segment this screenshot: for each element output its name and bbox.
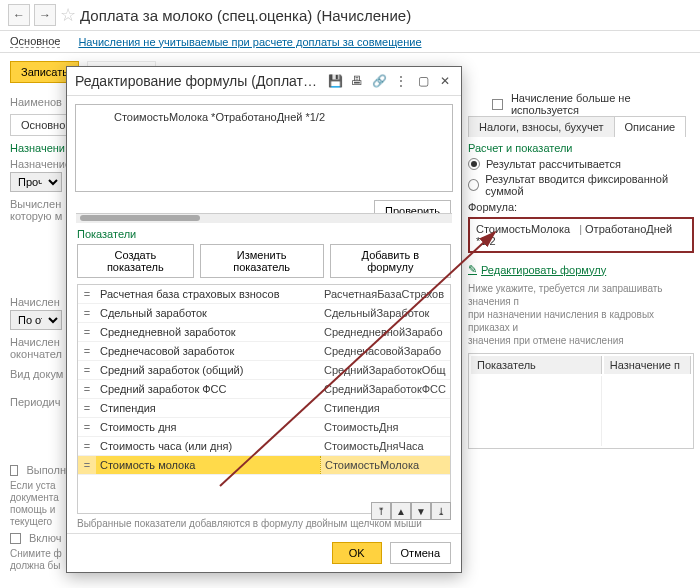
list-item[interactable]: =Среднечасовой заработокСреднечасовойЗар… — [78, 342, 450, 361]
move-down-button[interactable]: ▼ — [411, 502, 431, 520]
bg-t5: Вид докум — [10, 368, 66, 380]
bg-t4: окончател — [10, 348, 66, 360]
perform-checkbox[interactable] — [10, 465, 18, 476]
move-bottom-button[interactable]: ⤓ — [431, 502, 451, 520]
row-name: Стоимость часа (или дня) — [96, 437, 320, 455]
row-icon: = — [78, 437, 96, 455]
row-value: СтоимостьМолока — [320, 456, 450, 474]
bg-t3: Начислен — [10, 336, 66, 348]
row-value: Стипендия — [320, 399, 450, 417]
list-item[interactable]: =Среднедневной заработокСреднедневнойЗар… — [78, 323, 450, 342]
calc-text2: которую м — [10, 210, 66, 222]
row-name: Расчетная база страховых взносов — [96, 285, 320, 303]
tab-taxes[interactable]: Налоги, взносы, бухучет — [468, 116, 615, 137]
link-icon[interactable]: 🔗 — [371, 74, 387, 88]
row-name: Стоимость молока — [96, 456, 320, 474]
row-value: РасчетнаяБазаСтрахов — [320, 285, 450, 303]
name-label: Наименов — [10, 96, 66, 108]
formula-display: СтоимостьМолока | ОтработаноДней *1/2 — [468, 217, 694, 253]
radio-calculated[interactable] — [468, 158, 480, 170]
row-icon: = — [78, 380, 96, 398]
row-icon: = — [78, 285, 96, 303]
not-used-label: Начисление больше не используется — [511, 92, 700, 116]
list-item[interactable]: =Стоимость часа (или дня)СтоимостьДняЧас… — [78, 437, 450, 456]
edit-formula-link[interactable]: ✎ Редактировать формулу — [468, 263, 694, 276]
more-icon[interactable]: ⋮ — [393, 74, 409, 88]
create-indicator-button[interactable]: Создать показатель — [77, 244, 194, 278]
bg-note: Если уста документа помощь и текущего — [10, 480, 66, 528]
save-icon[interactable]: 💾 — [327, 74, 343, 88]
add-to-formula-button[interactable]: Добавить в формулу — [330, 244, 451, 278]
ok-button[interactable]: OK — [332, 542, 382, 564]
include-label: Включ — [29, 532, 61, 544]
formula-textarea[interactable]: СтоимостьМолока *ОтработаноДней *1/2 — [75, 104, 453, 192]
calc-text1: Вычислен — [10, 198, 66, 210]
calc-section: Расчет и показатели — [468, 142, 694, 154]
link-excluded-accruals[interactable]: Начисления не учитываемые при расчете до… — [78, 36, 421, 48]
row-value: СреднийЗаработокФСС — [320, 380, 450, 398]
not-used-checkbox[interactable] — [492, 99, 503, 110]
radio-fixed[interactable] — [468, 179, 479, 191]
cancel-button[interactable]: Отмена — [390, 542, 451, 564]
dialog-title: Редактирование формулы (Доплат… — [75, 73, 321, 89]
list-item[interactable]: =Средний заработок (общий)СреднийЗаработ… — [78, 361, 450, 380]
row-name: Среднечасовой заработок — [96, 342, 320, 360]
row-icon: = — [78, 361, 96, 379]
row-value: СреднечасовойЗарабо — [320, 342, 450, 360]
forward-button[interactable]: → — [34, 4, 56, 26]
list-item[interactable]: =Расчетная база страховых взносовРасчетн… — [78, 285, 450, 304]
row-name: Среднедневной заработок — [96, 323, 320, 341]
list-item[interactable]: =СтипендияСтипендия — [78, 399, 450, 418]
list-item[interactable]: =Средний заработок ФСССреднийЗаработокФС… — [78, 380, 450, 399]
pencil-icon: ✎ — [468, 263, 477, 276]
row-value: СтоимостьДняЧаса — [320, 437, 450, 455]
row-icon: = — [78, 418, 96, 436]
purpose-section: Назначени — [10, 142, 66, 154]
indicators-list[interactable]: =Расчетная база страховых взносовРасчетн… — [77, 284, 451, 514]
perform-label: Выполн — [26, 464, 66, 476]
row-icon: = — [78, 304, 96, 322]
list-item[interactable]: =Стоимость молокаСтоимостьМолока — [78, 456, 450, 475]
right-hint: Ниже укажите, требуется ли запрашивать з… — [468, 282, 694, 347]
row-value: СреднийЗаработокОбщ — [320, 361, 450, 379]
bg-note2: Снимите ф должна бы — [10, 548, 66, 572]
row-name: Сдельный заработок — [96, 304, 320, 322]
tab-main[interactable]: Основное — [10, 35, 60, 48]
page-title: Доплата за молоко (спец.оценка) (Начисле… — [80, 7, 411, 24]
row-icon: = — [78, 323, 96, 341]
indicators-section: Показатели — [67, 228, 461, 244]
radio-calculated-label: Результат рассчитывается — [486, 158, 621, 170]
favorite-star-icon[interactable]: ☆ — [60, 4, 76, 26]
list-item[interactable]: =Стоимость дняСтоимостьДня — [78, 418, 450, 437]
col-purpose: Назначение п — [604, 356, 691, 374]
print-icon[interactable]: 🖶 — [349, 74, 365, 88]
row-name: Средний заработок ФСС — [96, 380, 320, 398]
back-button[interactable]: ← — [8, 4, 30, 26]
purpose-select[interactable]: Прочие н — [10, 172, 62, 192]
row-icon: = — [78, 399, 96, 417]
edit-indicator-button[interactable]: Изменить показатель — [200, 244, 324, 278]
include-checkbox[interactable] — [10, 533, 21, 544]
move-top-button[interactable]: ⤒ — [371, 502, 391, 520]
tab-description[interactable]: Описание — [614, 116, 687, 137]
maximize-icon[interactable]: ▢ — [415, 74, 431, 88]
row-value: СтоимостьДня — [320, 418, 450, 436]
row-name: Стипендия — [96, 399, 320, 417]
formula-label: Формула: — [468, 201, 694, 213]
close-icon[interactable]: ✕ — [437, 74, 453, 88]
radio-fixed-label: Результат вводится фиксированной суммой — [485, 173, 694, 197]
formula-editor-dialog: Редактирование формулы (Доплат… 💾 🖶 🔗 ⋮ … — [66, 66, 462, 573]
row-name: Стоимость дня — [96, 418, 320, 436]
list-item[interactable]: =Сдельный заработокСдельныйЗаработок — [78, 304, 450, 323]
row-value: СдельныйЗаработок — [320, 304, 450, 322]
edit-formula-label: Редактировать формулу — [481, 264, 606, 276]
accrual-select[interactable]: По отдель — [10, 310, 62, 330]
row-icon: = — [78, 342, 96, 360]
purpose-label: Назначение — [10, 158, 66, 170]
col-indicator: Показатель — [471, 356, 602, 374]
accrual-label: Начислен — [10, 296, 66, 308]
move-up-button[interactable]: ▲ — [391, 502, 411, 520]
bg-t6: Периодич — [10, 396, 66, 408]
row-icon: = — [78, 456, 96, 474]
row-name: Средний заработок (общий) — [96, 361, 320, 379]
